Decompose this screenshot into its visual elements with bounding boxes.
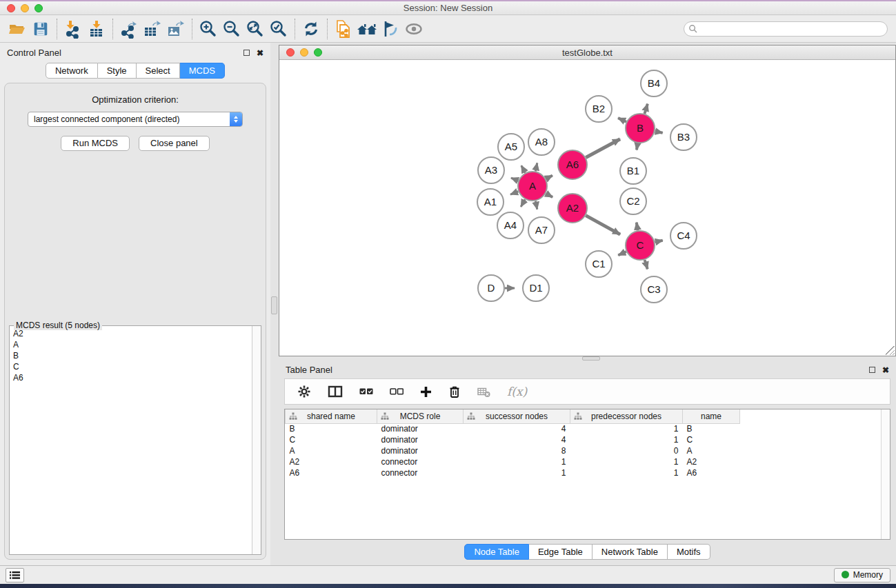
tab-motifs[interactable]: Motifs — [668, 544, 710, 560]
cell-shared-name[interactable]: B — [286, 423, 377, 434]
column-header-name[interactable]: name — [683, 409, 740, 423]
run-mcds-button[interactable]: Run MCDS — [61, 136, 130, 151]
column-header-MCDS-role[interactable]: MCDS role — [377, 409, 464, 423]
node-D[interactable]: D — [478, 275, 504, 301]
tab-mcds[interactable]: MCDS — [180, 63, 225, 79]
zoom-selected-button[interactable] — [267, 18, 290, 40]
first-neighbors-button[interactable] — [355, 18, 379, 40]
cell-MCDS-role[interactable]: dominator — [377, 445, 464, 456]
create-column-button[interactable] — [420, 386, 432, 398]
edge-A-A1[interactable] — [510, 192, 518, 194]
edge-C-C1[interactable] — [618, 252, 626, 255]
edge-B-B2[interactable] — [618, 118, 626, 122]
tab-style[interactable]: Style — [98, 63, 137, 79]
cell-successor-nodes[interactable]: 4 — [464, 423, 570, 434]
tab-select[interactable]: Select — [137, 63, 180, 79]
node-B[interactable]: B — [626, 114, 655, 143]
edge-A2-C[interactable] — [586, 216, 620, 234]
tab-network[interactable]: Network — [46, 63, 98, 79]
export-image-button[interactable] — [164, 18, 188, 40]
column-header-successor-nodes[interactable]: successor nodes — [464, 409, 570, 423]
close-panel-icon[interactable]: ✖ — [257, 50, 263, 57]
cell-MCDS-role[interactable]: dominator — [377, 434, 464, 445]
node-table-grid[interactable]: shared nameMCDS rolesuccessor nodesprede… — [285, 409, 887, 478]
cell-predecessor-nodes[interactable]: 1 — [570, 467, 683, 478]
node-A4[interactable]: A4 — [497, 212, 524, 239]
cell-predecessor-nodes[interactable]: 0 — [570, 445, 683, 456]
export-network-button[interactable] — [117, 18, 141, 40]
import-table-button[interactable] — [85, 18, 108, 40]
node-C4[interactable]: C4 — [670, 223, 697, 249]
tab-network-table[interactable]: Network Table — [593, 544, 668, 560]
delete-table-button[interactable] — [477, 386, 490, 398]
edge-A-A3[interactable] — [511, 178, 519, 181]
node-A3[interactable]: A3 — [478, 157, 504, 183]
cell-MCDS-role[interactable]: dominator — [377, 423, 464, 434]
edge-A-A6[interactable] — [546, 176, 552, 179]
result-item[interactable]: C — [13, 361, 252, 372]
node-C[interactable]: C — [626, 231, 655, 260]
table-row[interactable]: Bdominator41B — [286, 423, 888, 434]
cell-name[interactable]: A6 — [683, 467, 740, 478]
criterion-dropdown[interactable]: largest connected component (directed) — [28, 112, 243, 127]
node-A6[interactable]: A6 — [558, 150, 587, 179]
function-builder-button[interactable]: f(x) — [507, 385, 527, 398]
result-scrollbar[interactable] — [252, 326, 261, 554]
cell-name[interactable]: B — [683, 423, 740, 434]
cell-shared-name[interactable]: C — [286, 434, 377, 445]
panel-splitter[interactable] — [270, 43, 279, 565]
node-A[interactable]: A — [518, 172, 547, 201]
cell-MCDS-role[interactable]: connector — [377, 467, 464, 478]
table-row[interactable]: A2connector11A2 — [286, 456, 888, 467]
edge-A-A5[interactable] — [521, 165, 526, 172]
cell-name[interactable]: A2 — [683, 456, 740, 467]
node-C2[interactable]: C2 — [620, 188, 646, 214]
cell-successor-nodes[interactable]: 1 — [464, 456, 570, 467]
export-table-button[interactable] — [141, 18, 164, 40]
node-A2[interactable]: A2 — [558, 194, 587, 223]
edge-C-C4[interactable] — [655, 241, 662, 243]
table-row[interactable]: Cdominator41C — [286, 434, 888, 445]
node-A8[interactable]: A8 — [528, 129, 555, 155]
close-panel-icon[interactable]: ✖ — [882, 367, 889, 374]
cell-name[interactable]: A — [683, 445, 740, 456]
node-A7[interactable]: A7 — [528, 217, 555, 243]
node-B1[interactable]: B1 — [620, 158, 646, 184]
cell-predecessor-nodes[interactable]: 1 — [570, 456, 683, 467]
table-settings-button[interactable] — [297, 385, 311, 398]
edge-B-B3[interactable] — [655, 131, 663, 132]
node-A1[interactable]: A1 — [477, 189, 504, 215]
zoom-fit-button[interactable] — [243, 18, 267, 40]
edge-B-B4[interactable] — [644, 104, 647, 114]
result-item[interactable]: B — [13, 350, 252, 361]
result-item[interactable]: A6 — [13, 372, 252, 383]
node-C1[interactable]: C1 — [586, 251, 612, 277]
cell-shared-name[interactable]: A2 — [286, 456, 377, 467]
float-panel-icon[interactable] — [243, 50, 250, 56]
cell-name[interactable]: C — [683, 434, 740, 445]
new-network-from-selection-button[interactable] — [332, 18, 355, 40]
result-item[interactable]: A — [13, 339, 252, 350]
network-canvas[interactable]: A5A8A6A3AA1A2A4A7B4B2BB3B1C2C4CC1C3DD1 — [279, 60, 895, 356]
close-panel-button[interactable]: Close panel — [139, 136, 210, 151]
apply-layout-button[interactable] — [299, 18, 323, 40]
cell-successor-nodes[interactable]: 1 — [464, 467, 570, 478]
search-input[interactable] — [698, 23, 887, 35]
cell-shared-name[interactable]: A6 — [286, 467, 377, 478]
edge-B-B1[interactable] — [637, 143, 638, 150]
zoom-out-button[interactable] — [220, 18, 243, 40]
float-panel-icon[interactable] — [869, 367, 875, 373]
edge-A-A7[interactable] — [535, 201, 537, 210]
column-header-predecessor-nodes[interactable]: predecessor nodes — [570, 409, 683, 423]
edge-C-C3[interactable] — [645, 260, 648, 269]
tab-edge-table[interactable]: Edge Table — [529, 544, 593, 560]
node-B4[interactable]: B4 — [641, 70, 667, 97]
save-session-button[interactable] — [29, 18, 52, 40]
horizontal-splitter[interactable] — [279, 356, 896, 361]
splitter-grip[interactable] — [582, 356, 600, 361]
table-row[interactable]: A6connector11A6 — [286, 467, 888, 478]
edge-A-A4[interactable] — [521, 199, 525, 207]
cell-MCDS-role[interactable]: connector — [377, 456, 464, 467]
task-history-button[interactable] — [6, 568, 24, 582]
show-column-panel-button[interactable] — [328, 385, 343, 398]
